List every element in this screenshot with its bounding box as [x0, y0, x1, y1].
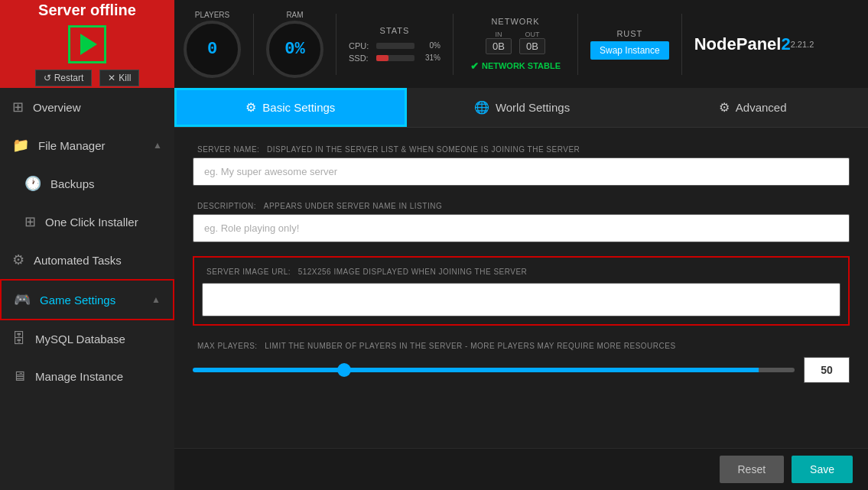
nodepanel-version: 2.21.2 — [791, 40, 814, 49]
network-stable-badge: ✔ NETWORK STABLE — [470, 60, 561, 72]
max-players-value: 50 — [804, 357, 850, 383]
divider2 — [336, 14, 336, 75]
server-actions: ↺ Restart ✕ Kill — [35, 70, 140, 86]
ssd-bar — [376, 55, 414, 61]
sidebar-label-overview: Overview — [33, 101, 81, 114]
tasks-icon: ⚙ — [12, 251, 24, 268]
start-icon — [80, 34, 97, 55]
clock-icon: 🕐 — [24, 175, 41, 192]
cpu-label: CPU: — [349, 41, 372, 50]
description-group: Description: APPEARS UNDER SERVER NAME I… — [193, 200, 850, 242]
reset-button[interactable]: Reset — [720, 456, 785, 483]
sidebar-label-file-manager: File Manager — [38, 139, 106, 152]
ram-value: 0% — [284, 40, 304, 59]
description-label: Description: APPEARS UNDER SERVER NAME I… — [193, 200, 850, 211]
network-stable-label: NETWORK STABLE — [482, 61, 561, 70]
sidebar-item-file-manager[interactable]: 📁 File Manager ▲ — [0, 126, 174, 164]
sidebar-item-overview[interactable]: ⊞ Overview — [0, 88, 174, 126]
network-inout: IN 0B OUT 0B — [486, 31, 545, 54]
sidebar-label-backups: Backups — [50, 177, 95, 190]
divider1 — [253, 14, 254, 75]
chevron-up-icon: ▲ — [153, 140, 162, 151]
network-in-value: 0B — [486, 38, 512, 54]
sidebar-item-backups[interactable]: 🕐 Backups — [0, 164, 174, 203]
sidebar-label-automated-tasks: Automated Tasks — [34, 254, 122, 267]
network-out-value: 0B — [519, 38, 545, 54]
save-button[interactable]: Save — [792, 456, 853, 483]
divider3 — [453, 14, 454, 75]
ram-circle: 0% — [266, 21, 323, 78]
max-players-slider-row: 50 — [193, 357, 850, 383]
restart-button[interactable]: ↺ Restart — [35, 70, 93, 86]
ssd-bar-fill — [376, 55, 388, 61]
sidebar-item-one-click[interactable]: ⊞ One Click Installer — [0, 203, 174, 241]
network-section: NETWORK IN 0B OUT 0B ✔ NETWORK STABLE — [466, 17, 565, 72]
top-bar: Server offline ↺ Restart ✕ Kill PLAYERS … — [0, 0, 868, 88]
network-title: NETWORK — [491, 17, 539, 26]
sidebar-label-mysql: MySQL Database — [35, 333, 125, 346]
cpu-bar — [376, 43, 414, 49]
start-button[interactable] — [68, 25, 106, 63]
stats-block: PLAYERS 0 RAM 0% STATS CPU: 0% — [174, 0, 868, 88]
form-area: Server Name: DISPLAYED IN THE SERVER LIS… — [174, 128, 868, 448]
sidebar-item-mysql[interactable]: 🗄 MySQL Database — [0, 320, 174, 358]
players-value: 0 — [207, 40, 217, 59]
tab-basic-settings[interactable]: ⚙ Basic Settings — [174, 88, 407, 127]
max-players-slider[interactable] — [193, 368, 795, 372]
sidebar: ⊞ Overview 📁 File Manager ▲ 🕐 Backups ⊞ … — [0, 88, 174, 490]
cpu-ssd-section: STATS CPU: 0% SSD: 31% — [349, 26, 441, 63]
settings-tab-icon: ⚙ — [719, 100, 730, 115]
ram-label: RAM — [286, 11, 303, 19]
restart-icon: ↺ — [44, 73, 51, 83]
globe-tab-icon: 🌐 — [474, 100, 489, 115]
max-players-group: Max Players: LIMIT THE NUMBER OF PLAYERS… — [193, 339, 850, 383]
nodepanel-number: 2 — [781, 34, 790, 54]
manage-icon: 🖥 — [12, 368, 26, 385]
ssd-label: SSD: — [349, 54, 372, 63]
check-icon: ✔ — [470, 60, 479, 72]
sidebar-item-automated-tasks[interactable]: ⚙ Automated Tasks — [0, 241, 174, 279]
ram-gauge: RAM 0% — [266, 11, 323, 78]
divider4 — [577, 14, 578, 75]
grid-icon2: ⊞ — [24, 213, 36, 230]
server-image-url-input[interactable] — [202, 283, 840, 316]
swap-instance-button[interactable]: Swap Instance — [590, 41, 669, 60]
cpu-row: CPU: 0% — [349, 41, 441, 50]
kill-button[interactable]: ✕ Kill — [99, 70, 139, 86]
kill-icon: ✕ — [108, 73, 115, 83]
ssd-row: SSD: 31% — [349, 54, 441, 63]
max-players-label: Max Players: LIMIT THE NUMBER OF PLAYERS… — [193, 339, 850, 351]
server-name-label: Server Name: DISPLAYED IN THE SERVER LIS… — [193, 143, 850, 154]
tab-world-settings[interactable]: 🌐 World Settings — [407, 88, 638, 127]
stats-title: STATS — [349, 26, 441, 35]
bottom-bar: Reset Save — [174, 448, 868, 490]
network-in-label: IN — [496, 31, 502, 38]
players-gauge: PLAYERS 0 — [184, 11, 241, 78]
nodepanel-section: NodePanel2 2.21.2 — [694, 34, 814, 54]
description-input[interactable] — [193, 214, 850, 242]
cpu-value: 0% — [419, 41, 441, 50]
nodepanel-logo: NodePanel2 — [694, 34, 791, 54]
server-image-url-group: Server Image URL: 512X256 IMAGE DISPLAYE… — [193, 256, 850, 326]
folder-icon: 📁 — [12, 137, 29, 154]
divider5 — [681, 14, 682, 75]
tab-advanced-label: Advanced — [736, 101, 787, 114]
tab-basic-label: Basic Settings — [262, 101, 335, 114]
server-image-url-label: Server Image URL: 512X256 IMAGE DISPLAYE… — [202, 265, 840, 277]
players-circle: 0 — [184, 21, 241, 78]
sidebar-item-game-settings[interactable]: 🎮 Game Settings ▲ — [0, 279, 174, 320]
gear-tab-icon: ⚙ — [245, 100, 256, 115]
content-area: ⚙ Basic Settings 🌐 World Settings ⚙ Adva… — [174, 88, 868, 490]
main-layout: ⊞ Overview 📁 File Manager ▲ 🕐 Backups ⊞ … — [0, 88, 868, 490]
tabs: ⚙ Basic Settings 🌐 World Settings ⚙ Adva… — [174, 88, 868, 128]
tab-advanced[interactable]: ⚙ Advanced — [637, 88, 868, 127]
server-status-block: Server offline ↺ Restart ✕ Kill — [0, 0, 174, 88]
server-name-group: Server Name: DISPLAYED IN THE SERVER LIS… — [193, 143, 850, 186]
db-icon: 🗄 — [12, 331, 26, 347]
network-out: OUT 0B — [519, 31, 545, 54]
server-name-input[interactable] — [193, 157, 850, 186]
sidebar-item-manage-instance[interactable]: 🖥 Manage Instance — [0, 358, 174, 395]
rust-section: Rust Swap Instance — [590, 29, 669, 60]
sidebar-label-one-click: One Click Installer — [45, 216, 138, 229]
grid-icon: ⊞ — [12, 99, 24, 115]
